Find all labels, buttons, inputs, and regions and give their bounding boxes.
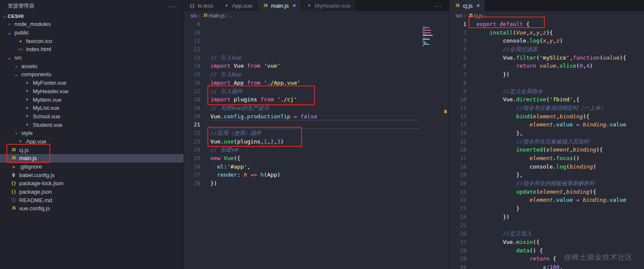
code-line-11[interactable]: 11 //指令与元素成功绑定时（一上来） [449, 104, 644, 112]
code-line-9[interactable]: 9 //定义全局指令 [449, 87, 644, 96]
code-line-28[interactable]: 28}) [184, 179, 449, 188]
tab-App.vue[interactable]: ▼App.vue [218, 0, 258, 11]
code-line-14[interactable]: 14import Vue from 'vue' [184, 62, 449, 70]
close-icon[interactable]: × [293, 2, 296, 9]
minimap[interactable] [423, 21, 442, 46]
tree-item-cj.js[interactable]: JScj.js [0, 146, 184, 154]
tab-label: le.less [198, 3, 213, 9]
code-line-21[interactable]: 21 [184, 120, 449, 129]
tab-le.less[interactable]: {}le.less [184, 0, 218, 11]
code-line-16[interactable]: 16 inserted(element,binding){ [449, 146, 644, 154]
code-line-27[interactable]: 27 render: h => h(App) [184, 171, 449, 179]
code-text: //定义全局指令 [476, 87, 543, 96]
tree-item-MyItem.vue[interactable]: ▼MyItem.vue [0, 95, 184, 104]
tree-item-babel.config.js[interactable]: Bbabel.config.js [0, 171, 184, 179]
code-line-3[interactable]: 3 console.log(x,y,z) [449, 37, 644, 45]
code-line-24[interactable]: 24 }) [449, 213, 644, 221]
tabs: JScj.js× [449, 0, 485, 11]
code-line-30[interactable]: 30 x:100, [449, 263, 644, 269]
code-line-26[interactable]: 26 el:'#app', [184, 163, 449, 171]
tab-main.js[interactable]: JSmain.js× [258, 0, 301, 11]
code-line-21[interactable]: 21 update(element,binding){ [449, 188, 644, 196]
code-line-2[interactable]: 2 install(Vue,x,y,z){ [449, 29, 644, 37]
code-line-13[interactable]: 13// 引入Vue [184, 54, 449, 62]
js-file-icon: JS [10, 206, 17, 210]
tree-item-MyFooter.vue[interactable]: ▼MyFooter.vue [0, 79, 184, 87]
code-line-6[interactable]: 6 return value.slice(0,4) [449, 62, 644, 70]
editor-more-actions-icon[interactable]: ··· [428, 0, 449, 11]
code-line-19[interactable]: 19 }, [449, 171, 644, 179]
tab-cj.js[interactable]: JScj.js× [449, 0, 485, 11]
tree-item-node_modules[interactable]: ›node_modules [0, 20, 184, 29]
code-text: //指令与元素成功绑定时（一上来） [476, 104, 606, 112]
tree-item-assets[interactable]: ›assets [0, 62, 184, 70]
code-line-12[interactable]: 12 [184, 45, 449, 54]
tree-item-MyHeader.vue[interactable]: ▼MyHeader.vue [0, 87, 184, 96]
code-line-26[interactable]: 26 //定义混入 [449, 229, 644, 238]
code-line-14[interactable]: 14 }, [449, 129, 644, 137]
code-line-10[interactable]: 10 Vue.directive('fbind',{ [449, 95, 644, 104]
line-number: 5 [449, 54, 466, 62]
code-line-24[interactable]: 24// 创建vm [184, 146, 449, 154]
code-line-10[interactable]: 10 [184, 29, 449, 37]
code-line-22[interactable]: 22//应用（使用）插件 [184, 129, 449, 137]
code-line-28[interactable]: 28 data() { [449, 246, 644, 255]
tree-item-School.vue[interactable]: ▼School.vue [0, 112, 184, 121]
code-line-27[interactable]: 27 Vue.mixin({ [449, 238, 644, 246]
code-line-11[interactable]: 11 [184, 37, 449, 45]
code-line-18[interactable]: 18 console.log(binding) [449, 163, 644, 171]
code-line-12[interactable]: 12 bind(element,binding){ [449, 112, 644, 121]
code-line-1[interactable]: 1export default { [449, 20, 644, 29]
tree-item-components[interactable]: ⌄components [0, 70, 184, 79]
code-line-29[interactable]: 29 return { [449, 255, 644, 263]
tree-item-main.js[interactable]: JSmain.js [0, 154, 184, 163]
breadcrumb-item[interactable]: cj.js [474, 13, 483, 19]
breadcrumb-item[interactable]: src [190, 13, 197, 19]
code-line-15[interactable]: 15// 引入App [184, 70, 449, 79]
code-line-20[interactable]: 20 //指令所在的模板被重新解析时 [449, 179, 644, 188]
section-header-ceshi[interactable]: ⌄ CESHI [0, 12, 184, 20]
code-line-25[interactable]: 25new Vue({ [184, 154, 449, 163]
code-text: //指令所在元素被插入页面时 [476, 137, 589, 146]
code-line-18[interactable]: 18import plugins from './cj' [184, 95, 449, 104]
tree-item-vue.config.js[interactable]: JSvue.config.js [0, 204, 184, 213]
tree-item-App.vue[interactable]: ▼App.vue [0, 137, 184, 146]
code-line-25[interactable]: 25 [449, 221, 644, 230]
code-line-17[interactable]: 17 element.focus() [449, 154, 644, 163]
tree-item-package.json[interactable]: {}package.json [0, 188, 184, 196]
tree-item-.gitignore[interactable]: ◆.gitignore [0, 163, 184, 171]
code-line-23[interactable]: 23 } [449, 204, 644, 213]
close-icon[interactable]: × [476, 2, 480, 9]
code-line-9[interactable]: 9 [184, 20, 449, 29]
code-line-7[interactable]: 7 }) [449, 70, 644, 79]
breadcrumb-item[interactable]: main.js [209, 13, 225, 19]
tree-item-style[interactable]: ›style [0, 129, 184, 137]
tree-item-package-lock.json[interactable]: {}package-lock.json [0, 179, 184, 188]
tree-item-MyList.vue[interactable]: ▼MyList.vue [0, 104, 184, 112]
tree-item-README.md[interactable]: ⓘREADME.md [0, 196, 184, 204]
code-line-16[interactable]: 16import App from './App.vue' [184, 79, 449, 87]
code-text: update(element,binding){ [476, 188, 596, 196]
more-actions-icon[interactable]: ··· [168, 3, 177, 10]
breadcrumb: src›JSmain.js›... [184, 11, 449, 20]
tree-item-index.html[interactable]: <>index.html [0, 45, 184, 54]
code-line-23[interactable]: 23Vue.use(plugins,1,2,3) [184, 137, 449, 146]
code-line-20[interactable]: 20Vue.config.productionTip = false [184, 112, 449, 121]
tree-item-favicon.ico[interactable]: ★favicon.ico [0, 37, 184, 45]
tree-item-Student.vue[interactable]: ▼Student.vue [0, 120, 184, 129]
breadcrumb-item[interactable]: ... [229, 13, 233, 19]
tree-item-src[interactable]: ⌄src [0, 54, 184, 62]
tree-item-public[interactable]: ⌄public [0, 29, 184, 37]
code-line-5[interactable]: 5 Vue.filter('mySlice',function(value){ [449, 54, 644, 62]
code-line-19[interactable]: 19// 关闭Vue的生产提示 [184, 104, 449, 112]
tab-MyHeader.vue[interactable]: ▼MyHeader.vue [301, 0, 356, 11]
code-line-22[interactable]: 22 element.value = binding.value [449, 196, 644, 204]
line-number: 11 [449, 104, 466, 112]
code-line-8[interactable]: 8 [449, 79, 644, 87]
code-line-13[interactable]: 13 element.value = binding.value [449, 120, 644, 129]
code-line-17[interactable]: 17// 引入插件 [184, 87, 449, 96]
line-number: 15 [449, 137, 466, 146]
breadcrumb-item[interactable]: src [456, 13, 463, 19]
code-line-4[interactable]: 4 //全局过滤器 [449, 45, 644, 54]
code-line-15[interactable]: 15 //指令所在元素被插入页面时 [449, 137, 644, 146]
